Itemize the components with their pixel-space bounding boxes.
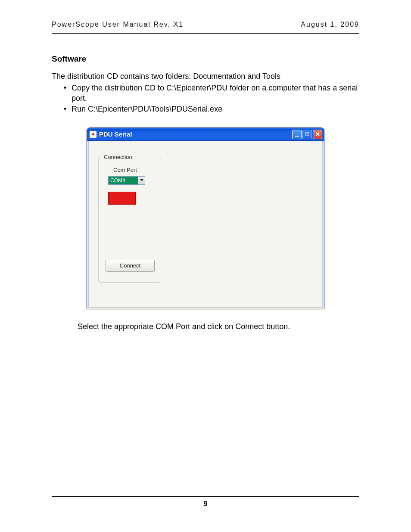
maximize-button (302, 130, 312, 139)
status-indicator (108, 192, 136, 205)
list-item: Copy the distribution CD to C:\Epicenter… (64, 83, 359, 103)
window-title: PDU Serial (99, 131, 292, 138)
footer-divider (52, 496, 359, 497)
header-divider (52, 33, 359, 34)
header-left: PowerScope User Manual Rev. X1 (52, 21, 184, 28)
bullet-list: Copy the distribution CD to C:\Epicenter… (52, 83, 359, 114)
connect-button[interactable]: Connect (106, 260, 155, 272)
intro-text: The distribution CD contains two folders… (52, 72, 359, 81)
page-number: 9 (52, 500, 359, 508)
com-port-select[interactable]: COM4 (108, 176, 145, 185)
groupbox-legend: Connection (102, 154, 134, 160)
maximize-icon (305, 132, 309, 136)
titlebar[interactable]: ✦ PDU Serial ✕ (87, 128, 324, 141)
screenshot-container: ✦ PDU Serial ✕ Connection Com Port COM4 (52, 128, 359, 309)
caption-text: Select the appropriate COM Port and clic… (78, 322, 359, 331)
header-right: August 1, 2009 (301, 21, 359, 28)
list-item: Run C:\Epicenter\PDU\Tools\PDUSerial.exe (64, 104, 359, 114)
close-icon: ✕ (315, 131, 320, 137)
chevron-down-icon[interactable] (138, 177, 145, 184)
minimize-button[interactable] (292, 130, 302, 139)
app-icon: ✦ (90, 131, 97, 138)
window-client-area: Connection Com Port COM4 Connect (88, 141, 323, 308)
com-port-label: Com Port (113, 167, 137, 173)
connection-groupbox: Connection Com Port COM4 Connect (98, 158, 161, 283)
section-title: Software (52, 54, 359, 64)
minimize-icon (295, 136, 299, 137)
close-button[interactable]: ✕ (313, 130, 322, 139)
app-window: ✦ PDU Serial ✕ Connection Com Port COM4 (87, 128, 324, 309)
com-port-value: COM4 (109, 177, 138, 184)
